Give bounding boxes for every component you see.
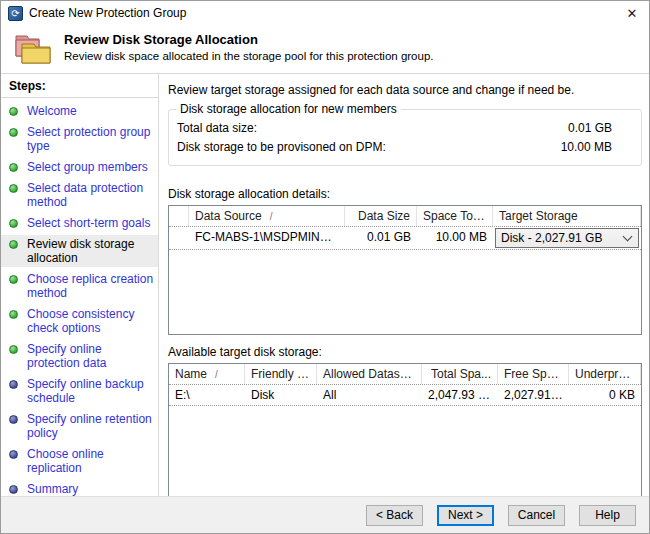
- details-table-label: Disk storage allocation details:: [168, 187, 642, 201]
- step-done-bullet-icon: [9, 240, 18, 249]
- details-indent-column: [169, 206, 189, 226]
- step-done-bullet-icon: [9, 345, 18, 354]
- step-choose-online-replication[interactable]: Choose online replication: [1, 445, 158, 477]
- main-content: Review target storage assigned for each …: [159, 74, 649, 496]
- step-done-bullet-icon: [9, 275, 18, 284]
- available-table-row[interactable]: E:\ Disk All 2,047.93 GB 2,027.91 GB 0 K…: [169, 385, 641, 406]
- cancel-button[interactable]: Cancel: [508, 505, 565, 526]
- total-data-size-value: 0.01 GB: [568, 121, 633, 135]
- friendly-name-cell: Disk: [245, 385, 317, 405]
- details-table-row[interactable]: FC-MABS-1\MSDPMINSTANCE\master on... 0.0…: [169, 227, 641, 250]
- step-pending-bullet-icon: [9, 450, 18, 459]
- groupbox-title: Disk storage allocation for new members: [176, 102, 401, 116]
- step-select-short-term-goals[interactable]: Select short-term goals: [1, 214, 158, 232]
- space-to-cell: 10.00 MB: [417, 227, 493, 249]
- total-data-size-label: Total data size:: [177, 121, 257, 135]
- step-choose-replica-creation-method[interactable]: Choose replica creation method: [1, 270, 158, 302]
- underprovisioned-cell: 0 KB: [569, 385, 641, 405]
- step-done-bullet-icon: [9, 184, 18, 193]
- step-pending-bullet-icon: [9, 485, 18, 494]
- step-welcome[interactable]: Welcome: [1, 102, 158, 120]
- available-header-row: Name/ Friendly N... Allowed Dataso... To…: [169, 364, 641, 385]
- window-title: Create New Protection Group: [29, 6, 186, 20]
- title-bar: ⟳ Create New Protection Group ✕: [1, 1, 649, 25]
- step-select-group-members[interactable]: Select group members: [1, 158, 158, 176]
- wizard-header: Review Disk Storage Allocation Review di…: [1, 25, 649, 73]
- volume-name-cell: E:\: [169, 385, 245, 405]
- available-col-allowed-datasource[interactable]: Allowed Dataso...: [317, 364, 422, 384]
- step-done-bullet-icon: [9, 128, 18, 137]
- step-pending-bullet-icon: [9, 380, 18, 389]
- header-text: Review Disk Storage Allocation Review di…: [64, 31, 434, 62]
- step-done-bullet-icon: [9, 107, 18, 116]
- available-col-underprovisioned[interactable]: Underpro...: [569, 364, 641, 384]
- step-choose-consistency-check-options[interactable]: Choose consistency check options: [1, 305, 158, 337]
- sort-asc-icon: /: [215, 369, 218, 380]
- help-button[interactable]: Help: [579, 505, 636, 526]
- step-review-disk-storage-allocation[interactable]: Review disk storage allocation: [1, 235, 158, 267]
- create-new-protection-group-dialog: ⟳ Create New Protection Group ✕ Review D…: [0, 0, 650, 534]
- wizard-footer: < Back Next > Cancel Help: [1, 496, 649, 533]
- data-source-cell: FC-MABS-1\MSDPMINSTANCE\master on...: [189, 227, 345, 249]
- disk-allocation-details-table: Data Source/ Data Size Space To ... Targ…: [168, 205, 642, 335]
- page-subtitle: Review disk space allocated in the stora…: [64, 50, 434, 62]
- sort-asc-icon: /: [270, 211, 273, 222]
- step-done-bullet-icon: [9, 310, 18, 319]
- chevron-down-icon: [623, 232, 633, 242]
- close-icon[interactable]: ✕: [615, 1, 649, 25]
- folders-icon: [14, 33, 52, 70]
- target-storage-dropdown[interactable]: Disk - 2,027.91 GB: [495, 228, 639, 248]
- details-col-data-source[interactable]: Data Source/: [189, 206, 345, 226]
- step-specify-online-retention-policy[interactable]: Specify online retention policy: [1, 410, 158, 442]
- details-col-data-size[interactable]: Data Size: [345, 206, 417, 226]
- steps-list: Welcome Select protection group type Sel…: [1, 98, 158, 522]
- step-done-bullet-icon: [9, 163, 18, 172]
- disk-storage-provisioned-label: Disk storage to be provisoned on DPM:: [177, 140, 386, 154]
- total-data-size-row: Total data size: 0.01 GB: [177, 120, 633, 139]
- steps-heading: Steps:: [1, 74, 158, 98]
- disk-storage-provisioned-row: Disk storage to be provisoned on DPM: 10…: [177, 139, 633, 158]
- step-pending-bullet-icon: [9, 415, 18, 424]
- step-specify-online-protection-data[interactable]: Specify online protection data: [1, 340, 158, 372]
- step-done-bullet-icon: [9, 219, 18, 228]
- allowed-datasource-cell: All: [317, 385, 422, 405]
- page-title: Review Disk Storage Allocation: [64, 32, 434, 47]
- free-space-cell: 2,027.91 GB: [498, 385, 569, 405]
- step-select-protection-group-type[interactable]: Select protection group type: [1, 123, 158, 155]
- details-col-target-storage[interactable]: Target Storage: [493, 206, 641, 226]
- step-specify-online-backup-schedule[interactable]: Specify online backup schedule: [1, 375, 158, 407]
- available-col-name[interactable]: Name/: [169, 364, 245, 384]
- available-table-label: Available target disk storage:: [168, 345, 642, 359]
- next-button[interactable]: Next >: [437, 505, 494, 526]
- disk-allocation-groupbox: Disk storage allocation for new members …: [168, 109, 642, 166]
- available-col-free-space[interactable]: Free Space: [498, 364, 569, 384]
- details-header-row: Data Source/ Data Size Space To ... Targ…: [169, 206, 641, 227]
- available-col-total-space[interactable]: Total Spa...: [422, 364, 498, 384]
- data-size-cell: 0.01 GB: [345, 227, 417, 249]
- total-space-cell: 2,047.93 GB: [422, 385, 498, 405]
- available-col-friendly-name[interactable]: Friendly N...: [245, 364, 317, 384]
- details-col-space-to[interactable]: Space To ...: [417, 206, 493, 226]
- available-target-disk-storage-table: Name/ Friendly N... Allowed Dataso... To…: [168, 363, 642, 507]
- step-select-data-protection-method[interactable]: Select data protection method: [1, 179, 158, 211]
- dpm-app-icon: ⟳: [8, 6, 23, 21]
- steps-sidebar: Steps: Welcome Select protection group t…: [1, 74, 159, 496]
- back-button[interactable]: < Back: [366, 505, 423, 526]
- disk-storage-provisioned-value: 10.00 MB: [561, 140, 633, 154]
- intro-text: Review target storage assigned for each …: [168, 83, 642, 97]
